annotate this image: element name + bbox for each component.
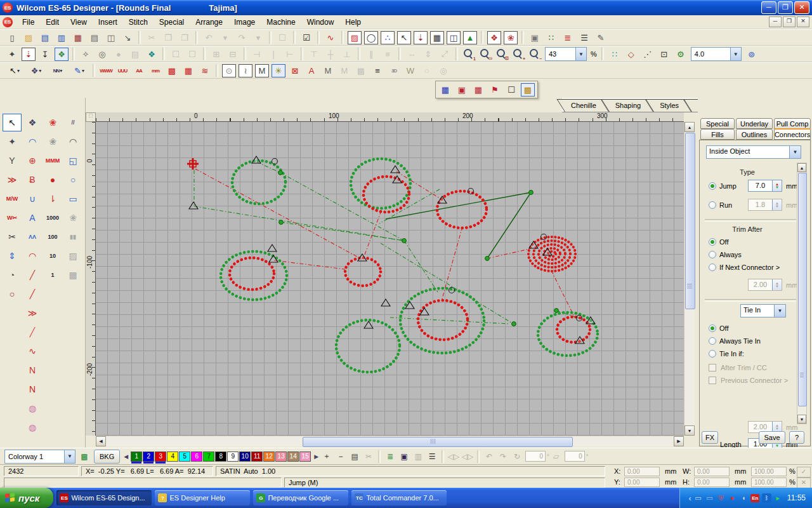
print-palette-icon[interactable]: ▤ <box>348 450 361 463</box>
polygon-select-icon[interactable]: ✦ <box>3 133 22 150</box>
taskbar-task[interactable]: GПереводчик Google ... <box>253 490 348 505</box>
stitch-blue-icon[interactable]: ▦ <box>438 83 453 97</box>
mirror-vertical-icon[interactable]: ◁▷ <box>461 450 474 463</box>
export-machine-file-icon[interactable]: ↘ <box>120 30 135 45</box>
tie-off-radio[interactable] <box>709 324 716 332</box>
show-background-icon[interactable]: ▲ <box>463 31 477 44</box>
color-chip-2[interactable]: 2 <box>143 451 154 462</box>
flower-tool-icon[interactable]: ❀ <box>43 114 62 131</box>
node-line-icon[interactable]: ╱ <box>23 266 42 284</box>
chevron-down-icon[interactable]: ▼ <box>774 305 785 317</box>
satin-mmm-icon[interactable]: MMM <box>43 152 62 170</box>
dome-nodes-icon[interactable]: ◠ <box>23 247 42 265</box>
cut-color-icon[interactable]: ✂ <box>362 450 375 463</box>
tab-special[interactable]: Special <box>700 118 735 129</box>
same-size-icon[interactable]: ⤢ <box>437 47 452 62</box>
menu-file[interactable]: File <box>16 17 40 28</box>
color-layers-icon[interactable]: ⊚ <box>744 47 759 62</box>
design-wizard-icon[interactable]: ☐ <box>275 30 290 45</box>
color-chip-10[interactable]: 10 <box>239 451 251 462</box>
menu-arrange[interactable]: Arrange <box>190 17 228 28</box>
polygon-select-icon[interactable]: ✦ <box>4 47 20 62</box>
transform-stitches-icon[interactable]: ☐ <box>185 47 200 62</box>
color-film-icon[interactable]: ≣ <box>560 30 575 45</box>
scroll-left-button[interactable]: ◀ <box>96 436 106 446</box>
vertical-scrollbar[interactable]: ▲ ▼ <box>684 122 695 436</box>
group-objects-icon[interactable]: ⊞ <box>209 47 224 62</box>
zoom-1-1-icon[interactable]: 1 <box>461 47 476 62</box>
rotate-right-icon[interactable]: ↷ <box>497 450 509 463</box>
mw-values-icon[interactable]: M/W <box>3 190 22 208</box>
menu-edit[interactable]: Edit <box>40 17 65 28</box>
rotate-free-icon[interactable]: ↻ <box>511 450 523 463</box>
tie-tie-in-if--radio[interactable] <box>709 350 716 358</box>
three-d-effect-icon[interactable]: 3D <box>386 64 402 78</box>
e-stitch-icon[interactable]: mm <box>148 64 163 78</box>
remove-function-icon[interactable]: Ƀ <box>23 171 42 189</box>
pin-tool-icon[interactable]: ↧ <box>37 47 53 62</box>
mdi-restore-button[interactable]: ❐ <box>783 17 796 27</box>
server-status-icon[interactable]: ▸ <box>773 493 783 503</box>
zoom-out-icon[interactable]: − <box>527 47 542 62</box>
mirror-horizontal-icon[interactable]: ◁▷ <box>447 450 460 463</box>
travel-tool-icon[interactable]: ❖ <box>55 48 69 61</box>
show-penetrations-icon[interactable]: ⇣ <box>414 31 428 44</box>
palette-scroll-left-icon[interactable]: ◀ <box>124 453 128 460</box>
same-height-icon[interactable]: ⇕ <box>421 47 436 62</box>
show-functions-icon[interactable]: ☑ <box>299 30 314 45</box>
scroll-down-button[interactable]: ▼ <box>684 425 695 436</box>
redo-list-icon[interactable]: ▾ <box>251 30 266 45</box>
reshape-points-icon[interactable]: ◇ <box>624 47 639 62</box>
ruler-origin-button[interactable]: ⬚ <box>86 112 96 122</box>
redo-icon[interactable]: ↷ <box>234 30 249 45</box>
copy-icon[interactable]: ❐ <box>160 30 176 45</box>
print-preview-icon[interactable]: ◫ <box>103 30 119 45</box>
thread-stitch-icon[interactable]: ∿ <box>323 30 338 45</box>
design-properties-icon[interactable]: ✎ <box>593 30 608 45</box>
circles-star-icon[interactable]: ◍ <box>23 399 42 417</box>
stitch-edit-icon[interactable]: ⇣ <box>22 48 36 61</box>
mdi-minimize-button[interactable]: ─ <box>769 17 782 27</box>
zoom-level-combo[interactable]: 43▼ <box>545 47 587 61</box>
color-chip-11[interactable]: 11 <box>251 451 263 462</box>
new-design-icon[interactable]: ▯ <box>4 30 20 45</box>
twin-figures-icon[interactable]: ΛΛ <box>23 228 42 246</box>
scale-10-icon[interactable]: 10 <box>43 247 62 265</box>
reshape-object-icon[interactable]: ❖ <box>23 114 42 131</box>
mdi-close-button[interactable]: ✕ <box>797 17 809 27</box>
stitch-red-icon[interactable]: ▦ <box>471 83 486 97</box>
colorway-dropdown[interactable]: Colorway 1▼ <box>4 450 75 464</box>
panel-scroll-thumb[interactable] <box>798 173 807 406</box>
zoom-in-icon[interactable]: + <box>511 47 526 62</box>
network-display-icon[interactable]: ▭ <box>705 493 714 503</box>
reshape-tool-icon[interactable]: ❖▾ <box>26 64 46 78</box>
show-stitches-icon[interactable]: ▨ <box>348 31 362 44</box>
gray-flower-icon[interactable]: ❀ <box>63 209 82 227</box>
grid-fill-icon[interactable]: ▦ <box>181 64 196 78</box>
zoom-window-icon[interactable]: ⊡ <box>494 47 509 62</box>
jump-length-spinner[interactable]: 7.0▲▼ <box>748 180 782 192</box>
show-small-objects-icon[interactable]: ∷ <box>607 47 622 62</box>
align-right-icon[interactable]: ⊢ <box>282 47 298 62</box>
lettering-icon[interactable]: A <box>23 209 42 227</box>
satin-box-icon[interactable]: M <box>255 64 269 77</box>
tray-expand-icon[interactable]: ‹ <box>689 493 691 503</box>
gray-texture-2-icon[interactable]: ▩ <box>63 266 82 284</box>
show-connectors-icon[interactable]: ↖ <box>397 31 411 44</box>
fan-shape-icon[interactable]: ◔ <box>3 266 22 284</box>
color-chip-6[interactable]: 6 <box>191 451 202 462</box>
show-hoop-icon[interactable]: ◫ <box>447 31 461 44</box>
color-chip-14[interactable]: 14 <box>287 451 299 462</box>
stem-stitch-icon[interactable]: ╱ <box>23 323 42 341</box>
color-chip-9[interactable]: 9 <box>227 451 239 462</box>
minimize-button[interactable]: ─ <box>761 1 776 14</box>
shape-blue-icon[interactable]: ∪ <box>23 190 42 208</box>
antivirus-icon[interactable]: ● <box>728 493 737 503</box>
color-chip-8[interactable]: 8 <box>215 451 226 462</box>
transform-outline-icon[interactable]: ☐ <box>168 47 183 62</box>
outline-offset-icon[interactable]: ◎ <box>95 47 110 62</box>
ellipse-tool-icon[interactable]: ○ <box>63 171 82 189</box>
rotate-left-icon[interactable]: ↶ <box>483 450 495 463</box>
show-vectors-icon[interactable]: ❀ <box>504 31 518 44</box>
security-shield-icon[interactable]: ⛨ <box>716 493 726 503</box>
